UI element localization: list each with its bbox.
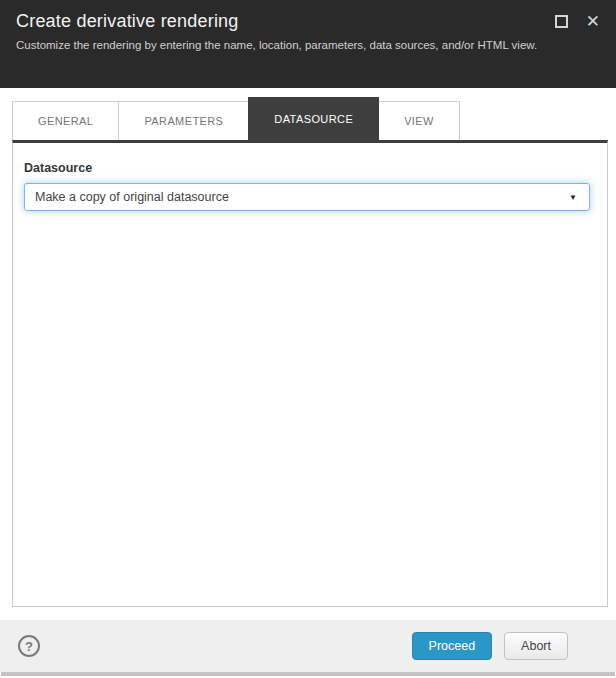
close-icon[interactable]: ✕ [586,13,600,30]
tab-bar: GENERAL PARAMETERS DATASOURCE VIEW [12,97,608,140]
tab-general[interactable]: GENERAL [12,101,118,140]
dialog-titlebar: Create derivative rendering Customize th… [0,0,616,88]
dialog-footer: ? Proceed Abort [0,620,616,672]
create-derivative-rendering-dialog: Create derivative rendering Customize th… [0,0,616,678]
proceed-button[interactable]: Proceed [412,632,493,660]
tab-parameters[interactable]: PARAMETERS [118,101,248,140]
help-icon[interactable]: ? [18,635,40,657]
abort-button[interactable]: Abort [504,632,568,660]
datasource-tab-panel: Datasource Make a copy of original datas… [12,140,608,607]
dialog-subtitle: Customize the rendering by entering the … [16,38,541,54]
window-controls: ✕ [555,13,600,30]
datasource-selected-value: Make a copy of original datasource [35,190,229,204]
dialog-title: Create derivative rendering [16,11,600,32]
tab-view[interactable]: VIEW [379,101,460,140]
footer-gap [0,607,616,620]
dialog-body: GENERAL PARAMETERS DATASOURCE VIEW Datas… [0,88,616,607]
tab-datasource[interactable]: DATASOURCE [248,97,379,140]
datasource-field-label: Datasource [24,161,590,175]
maximize-icon[interactable] [555,15,568,28]
datasource-select[interactable]: Make a copy of original datasource ▼ [24,183,590,211]
chevron-down-icon: ▼ [569,193,577,202]
